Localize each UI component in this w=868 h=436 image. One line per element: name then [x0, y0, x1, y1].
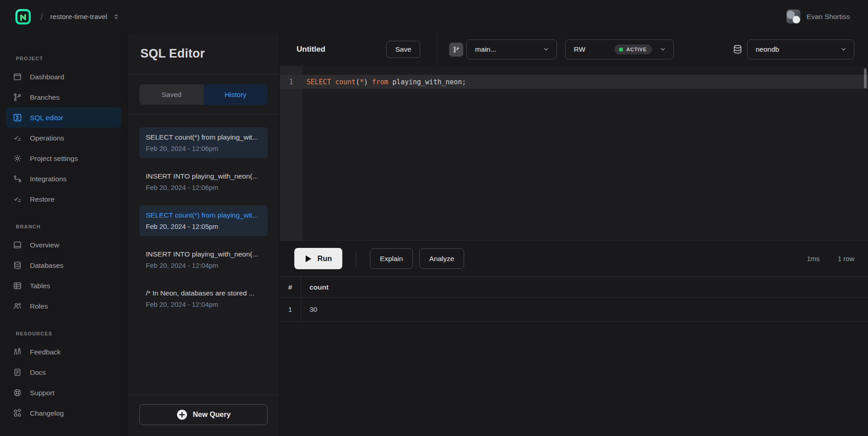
history-timestamp: Feb 20, 2024 - 12:06pm [146, 145, 261, 152]
plus-circle-icon [177, 409, 187, 420]
history-query: /* In Neon, databases are stored ... [146, 289, 261, 297]
history-item[interactable]: INSERT INTO playing_with_neon(... Feb 20… [139, 244, 268, 275]
sql-code-text: SELECT count(*) from playing_with_neon; [302, 78, 466, 86]
tabs-container: Saved History [128, 74, 279, 115]
table-row[interactable]: 1 30 [280, 298, 868, 322]
branch-select[interactable]: main... [466, 39, 557, 59]
section-label-project: PROJECT [16, 56, 127, 61]
history-timestamp: Feb 20, 2024 - 12:04pm [146, 262, 261, 269]
query-duration: 1ms [807, 255, 820, 262]
chevron-down-icon [542, 46, 550, 53]
dashboard-icon [13, 72, 22, 82]
history-item-selected[interactable]: SELECT count(*) from playing_wit... Feb … [139, 205, 268, 236]
column-header-index: # [280, 277, 301, 298]
sidebar-item-docs[interactable]: Docs [6, 362, 121, 383]
history-item[interactable]: SELECT count(*) from playing_wit... Feb … [139, 127, 268, 158]
compute-select[interactable]: RW ACTIVE [565, 39, 674, 59]
tab-history[interactable]: History [204, 84, 268, 105]
row-index-cell: 1 [280, 298, 301, 322]
status-badge: ACTIVE [614, 44, 652, 54]
run-button[interactable]: Run [294, 248, 342, 269]
sidebar-item-support[interactable]: Support [6, 383, 121, 403]
sidebar-item-label: Feedback [30, 348, 61, 356]
section-label-branch: BRANCH [16, 224, 127, 229]
new-query-label: New Query [193, 411, 231, 419]
database-icon [13, 261, 22, 270]
sidebar-item-operations[interactable]: Operations [6, 128, 121, 148]
sidebar-item-databases[interactable]: Databases [6, 255, 121, 276]
sidebar-item-integrations[interactable]: Integrations [6, 169, 121, 189]
docs-icon [13, 368, 22, 377]
sidebar-item-overview[interactable]: Overview [6, 235, 121, 255]
sidebar-item-project-settings[interactable]: Project settings [6, 148, 121, 169]
sidebar-item-label: Tables [30, 282, 50, 290]
user-menu[interactable]: Evan Shortiss [786, 10, 850, 24]
sidebar-item-roles[interactable]: Roles [6, 296, 121, 316]
analyze-button[interactable]: Analyze [419, 248, 464, 269]
lifebuoy-icon [13, 388, 22, 397]
row-count-cell: 30 [301, 298, 868, 322]
active-dot-icon [619, 48, 623, 52]
actions-divider [356, 251, 356, 266]
sql-editor-icon [13, 113, 22, 122]
page-title: SQL Editor [140, 47, 205, 61]
sidebar-item-sql-editor[interactable]: SQL editor [6, 107, 121, 128]
sort-chevrons-icon [113, 13, 120, 20]
sidebar-item-restore[interactable]: Restore [6, 189, 121, 209]
branch-icon [13, 92, 22, 102]
top-bar: / restore-time-travel Evan Shortiss [0, 0, 868, 33]
sidebar-item-changelog[interactable]: Changelog [6, 403, 121, 423]
sidebar-item-dashboard[interactable]: Dashboard [6, 67, 121, 87]
results-table: # count 1 30 [280, 276, 868, 322]
editor-scrollbar[interactable] [864, 68, 867, 88]
sidebar-item-tables[interactable]: Tables [6, 276, 121, 296]
new-query-button[interactable]: New Query [139, 404, 268, 425]
query-stats: 1ms 1 row [807, 255, 854, 262]
saved-history-tabs: Saved History [139, 84, 268, 105]
history-item[interactable]: /* In Neon, databases are stored ... Feb… [139, 283, 268, 314]
project-selector[interactable]: restore-time-travel [50, 13, 120, 21]
line-number: 1 [280, 78, 302, 86]
compute-select-value: RW [574, 45, 610, 53]
feedback-icon [13, 347, 22, 357]
breadcrumb-separator: / [40, 11, 43, 22]
sql-editor-panel: SQL Editor Saved History SELECT count(*)… [127, 33, 280, 436]
editor-pane: Untitled Save main... RW ACTIVE [280, 33, 868, 436]
history-query: SELECT count(*) from playing_wit... [146, 133, 261, 141]
panel-header: SQL Editor [128, 33, 279, 74]
neon-logo-icon[interactable] [15, 9, 31, 25]
history-timestamp: Feb 20, 2024 - 12:05pm [146, 223, 261, 230]
history-timestamp: Feb 20, 2024 - 12:06pm [146, 184, 261, 191]
query-row-count: 1 row [838, 255, 854, 262]
tab-saved[interactable]: Saved [139, 84, 204, 105]
explain-button[interactable]: Explain [370, 248, 413, 269]
users-icon [13, 301, 22, 311]
sidebar-item-label: Changelog [30, 409, 64, 417]
database-select[interactable]: neondb [747, 39, 854, 59]
sidebar-item-feedback[interactable]: Feedback [6, 342, 121, 362]
database-select-value: neondb [756, 45, 835, 53]
sql-code-editor[interactable]: 1 SELECT count(*) from playing_with_neon… [280, 66, 868, 240]
history-query: SELECT count(*) from playing_wit... [146, 211, 261, 219]
changelog-icon [13, 408, 22, 418]
database-icon [732, 44, 743, 55]
sidebar-item-branches[interactable]: Branches [6, 87, 121, 107]
branch-icon [452, 46, 460, 53]
history-query: INSERT INTO playing_with_neon(... [146, 250, 261, 258]
play-icon [305, 255, 312, 263]
user-avatar [786, 10, 801, 24]
column-header-count: count [301, 277, 868, 298]
chevron-down-icon [840, 46, 847, 53]
gear-icon [13, 154, 22, 163]
query-tab-title: Untitled [297, 45, 386, 54]
sidebar-item-label: Overview [30, 241, 59, 249]
operations-icon [13, 133, 22, 143]
sidebar-item-label: Roles [30, 302, 48, 310]
panel-footer: New Query [128, 395, 279, 436]
save-button[interactable]: Save [386, 41, 420, 58]
database-chip-icon [732, 44, 743, 55]
branch-select-value: main... [475, 45, 538, 53]
section-label-resources: RESOURCES [16, 331, 127, 336]
history-query: INSERT INTO playing_with_neon(... [146, 172, 261, 180]
history-item[interactable]: INSERT INTO playing_with_neon(... Feb 20… [139, 166, 268, 197]
